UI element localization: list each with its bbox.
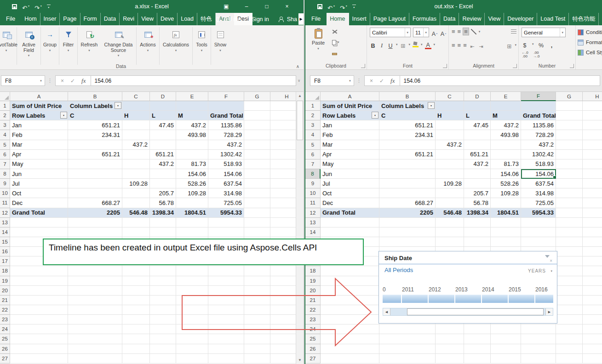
timeline-bar-segment[interactable] [482, 295, 508, 303]
cell-f15[interactable] [521, 237, 556, 247]
cell-b15[interactable] [379, 237, 436, 247]
increase-indent-button[interactable]: ⇥ [478, 40, 484, 50]
cell-a14[interactable] [321, 228, 379, 237]
cell-c24[interactable] [122, 324, 150, 334]
cell-g27[interactable] [556, 354, 583, 364]
change-data-source-button[interactable]: Change Data Source▾ [101, 27, 137, 65]
cell-e10[interactable]: 109.28 [491, 188, 521, 198]
number-format-dropdown-icon[interactable]: ▾ [560, 28, 563, 37]
scroll-down-icon[interactable]: ▼ [296, 356, 304, 364]
tab-deve[interactable]: Deve [157, 13, 178, 25]
cell-e25[interactable] [176, 334, 208, 344]
cell-f11[interactable]: 725.05 [521, 198, 556, 208]
cell-g19[interactable] [244, 276, 270, 286]
decrease-decimal-button[interactable]: .00 →.0 [533, 51, 540, 58]
cell-a21[interactable] [321, 296, 379, 305]
cell-g25[interactable] [244, 334, 270, 344]
tell-me-button[interactable]: Tell me [223, 16, 241, 23]
cell-a4[interactable]: Feb [10, 130, 68, 140]
show-dropdown-icon[interactable]: ▾ [219, 48, 221, 53]
cell-a19[interactable] [321, 276, 379, 286]
cell-b13[interactable] [68, 218, 122, 228]
tab-load[interactable]: Load [178, 13, 197, 25]
cell-b27[interactable] [379, 354, 436, 364]
cell-g10[interactable] [556, 188, 583, 198]
cell-b20[interactable] [68, 286, 122, 296]
cell-g14[interactable] [244, 228, 270, 237]
row-header-11[interactable]: 11 [0, 198, 10, 208]
cell-a24[interactable] [10, 324, 68, 334]
cell-c27[interactable] [122, 354, 150, 364]
cell-e19[interactable] [176, 276, 208, 286]
column-header-b[interactable]: B [68, 92, 122, 101]
cell-c7[interactable] [436, 159, 464, 169]
cell-d19[interactable] [150, 276, 176, 286]
cell-f27[interactable] [208, 354, 244, 364]
cell-b27[interactable] [68, 354, 122, 364]
timeline-bar-segment[interactable] [455, 295, 481, 303]
cell-c23[interactable] [122, 315, 150, 324]
cell-b25[interactable] [68, 334, 122, 344]
column-header-d[interactable]: D [150, 92, 176, 101]
cell-c20[interactable] [122, 286, 150, 296]
cell-d9[interactable] [464, 179, 491, 188]
cell-d24[interactable] [150, 324, 176, 334]
cell-d13[interactable] [464, 218, 491, 228]
cell-b18[interactable] [68, 266, 122, 276]
cell-a9[interactable]: Jul [321, 179, 379, 188]
row-header-9[interactable]: 9 [0, 179, 10, 188]
cell-b24[interactable] [379, 324, 436, 334]
cell-f12[interactable]: 5954.33 [208, 208, 244, 218]
cell-d10[interactable]: 205.7 [464, 188, 491, 198]
cell-h25[interactable] [583, 334, 602, 344]
cancel-icon[interactable]: × [61, 78, 64, 84]
cell-a25[interactable] [321, 334, 379, 344]
cell-e27[interactable] [176, 354, 208, 364]
cell-b11[interactable]: 668.27 [68, 198, 122, 208]
row-header-17[interactable]: 17 [0, 256, 10, 266]
cell-g6[interactable] [244, 150, 270, 159]
tab-view[interactable]: View [485, 13, 504, 25]
cell-h18[interactable] [583, 266, 602, 276]
cell-a22[interactable] [10, 305, 68, 315]
row-header-2[interactable]: 2 [0, 111, 10, 120]
cell-c26[interactable] [436, 344, 464, 354]
cell-e1[interactable] [176, 101, 208, 111]
cell-f22[interactable] [208, 305, 244, 315]
cell-f2[interactable]: Grand Total [521, 111, 556, 120]
cell-d25[interactable] [464, 334, 491, 344]
column-header-e[interactable]: E [176, 92, 208, 101]
cell-e6[interactable] [176, 150, 208, 159]
cell-e6[interactable] [491, 150, 521, 159]
underline-button[interactable]: U [387, 40, 394, 49]
cell-h23[interactable] [583, 315, 602, 324]
column-header-g[interactable]: G [556, 92, 583, 101]
orientation-dropdown-icon[interactable]: ▾ [479, 30, 481, 34]
cell-b21[interactable] [68, 296, 122, 305]
font-size-dropdown-icon[interactable]: ▾ [423, 28, 427, 37]
filter-dropdown-icon[interactable]: ▾ [60, 112, 67, 119]
cell-g7[interactable] [244, 159, 270, 169]
enter-check-icon[interactable]: ✓ [379, 78, 384, 84]
share-button[interactable]: Sha [287, 16, 297, 23]
cell-c2[interactable]: H [436, 111, 464, 120]
tab-page-layout[interactable]: Page Layout [370, 13, 409, 25]
ribbon-display-options-button[interactable]: ▣ [216, 0, 236, 13]
cancel-icon[interactable]: × [370, 78, 373, 84]
timeline-bar-segment[interactable] [535, 295, 553, 303]
cell-g5[interactable] [556, 140, 583, 150]
cell-d6[interactable]: 651.21 [150, 150, 176, 159]
cell-f14[interactable] [521, 228, 556, 237]
cell-f10[interactable]: 314.98 [521, 188, 556, 198]
scroll-up-icon[interactable]: ▲ [296, 92, 304, 100]
timeline-scroll-left-icon[interactable]: ◀ [383, 308, 390, 315]
cell-e3[interactable]: 437.2 [491, 120, 521, 130]
cell-f10[interactable]: 314.98 [208, 188, 244, 198]
cell-d15[interactable] [464, 237, 491, 247]
decrease-font-button[interactable]: A [440, 28, 447, 37]
cell-h26[interactable] [583, 344, 602, 354]
cell-g10[interactable] [244, 188, 270, 198]
column-header-b[interactable]: B [379, 92, 436, 101]
cell-d25[interactable] [150, 334, 176, 344]
active-field-button[interactable]: Active Field▾ [17, 27, 41, 65]
